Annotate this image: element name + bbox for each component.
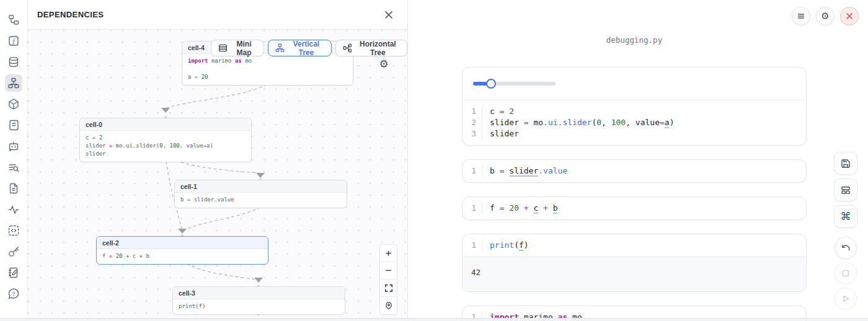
horizontal-tree-button[interactable]: Horizontal Tree <box>335 40 407 56</box>
dependencies-panel: DEPENDENCIES <box>28 0 408 318</box>
close-panel-button[interactable] <box>381 7 396 22</box>
graph-node-cell-3[interactable]: cell-3print(f) <box>172 286 345 315</box>
slider-output <box>463 68 806 100</box>
layout-panels-icon[interactable] <box>834 178 857 201</box>
panel-title: DEPENDENCIES <box>37 10 104 19</box>
svg-text:?: ? <box>12 291 15 297</box>
graph-node-cell-1[interactable]: cell-1b = slider.value <box>174 180 347 208</box>
dependency-graph-canvas[interactable]: cell-4import marimo as mo a = 20cell-0c … <box>28 30 407 318</box>
file-tree-icon[interactable] <box>5 11 22 29</box>
minimap-button[interactable]: Mini Map <box>211 40 264 56</box>
package-icon[interactable] <box>5 95 22 113</box>
notebook-action-rail: ⌘ <box>834 152 857 313</box>
vertical-tree-button[interactable]: Vertical Tree <box>268 40 332 56</box>
left-icon-rail: f ? <box>0 0 28 321</box>
code-editor[interactable]: 1b = slider.value <box>463 160 806 182</box>
notebook-cell: 1f = 20 + c + b <box>462 196 807 220</box>
dependencies-header: DEPENDENCIES <box>28 0 407 30</box>
document-icon[interactable] <box>5 180 22 197</box>
graph-settings-gear-icon[interactable]: ⚙ <box>378 58 390 71</box>
zoom-out-button[interactable]: − <box>380 262 397 279</box>
code-editor[interactable]: 1f = 20 + c + b <box>463 197 806 219</box>
cell-output: 42 <box>463 257 806 291</box>
settings-gear-icon[interactable]: ⚙ <box>816 7 835 25</box>
notebook-cell: 1c = 22slider = mo.ui.slider(0, 100, val… <box>462 67 807 146</box>
horizontal-tree-label: Horizontal Tree <box>356 40 400 57</box>
graph-node-cell-0[interactable]: cell-0c = 2slider = mo.ui.slider(0, 100,… <box>79 118 252 162</box>
notebook-cell: 1print(f)42 <box>462 234 807 292</box>
top-right-controls: ⚙ <box>792 7 859 25</box>
zoom-in-button[interactable]: + <box>380 245 397 262</box>
scroll-logs-icon[interactable] <box>5 117 22 134</box>
marimo-app: f ? DEPENDENCIES <box>0 0 868 321</box>
tracing-icon[interactable] <box>5 201 22 218</box>
graph-node-title: cell-1 <box>175 180 347 193</box>
graph-node-code: import marimo as mo a = 20 <box>182 54 353 85</box>
graph-node-code: b = slider.value <box>175 193 347 208</box>
command-shortcuts-icon[interactable]: ⌘ <box>834 205 857 228</box>
locate-pin-button[interactable] <box>380 297 397 314</box>
dependency-graph-icon[interactable] <box>5 74 22 92</box>
save-icon[interactable] <box>834 152 857 175</box>
secrets-key-icon[interactable] <box>5 243 22 260</box>
graph-node-cell-2[interactable]: cell-2f = 20 + c + b <box>96 236 268 265</box>
notebook-cell: 1b = slider.value <box>462 159 807 183</box>
function-icon[interactable]: f <box>5 32 22 50</box>
graph-node-title: cell-3 <box>173 287 345 299</box>
shutdown-close-icon[interactable] <box>840 7 859 25</box>
graph-view-toolbar: Mini Map Vertical Tree Horizontal Tree <box>211 40 407 56</box>
svg-text:f: f <box>12 37 16 45</box>
menu-icon[interactable] <box>792 7 810 25</box>
outline-search-icon[interactable] <box>5 159 22 176</box>
graph-node-code: f = 20 + c + b <box>97 249 268 264</box>
snippets-icon[interactable] <box>5 222 22 239</box>
fit-view-button[interactable] <box>380 279 397 297</box>
bottom-strip <box>0 318 868 321</box>
slider-track[interactable] <box>473 82 556 86</box>
run-play-icon[interactable] <box>835 288 857 310</box>
chat-bot-icon[interactable] <box>5 138 22 155</box>
help-icon[interactable]: ? <box>5 285 22 302</box>
slider-thumb[interactable] <box>486 79 496 89</box>
stop-icon[interactable] <box>835 262 857 284</box>
graph-node-code: print(f) <box>173 299 345 314</box>
vertical-tree-label: Vertical Tree <box>288 40 324 57</box>
notebook-area: ⚙ debugging.py 1c = 22slider = mo.ui.sli… <box>408 0 868 321</box>
zoom-controls: + − <box>379 244 397 315</box>
notebook-cells: 1c = 22slider = mo.ui.slider(0, 100, val… <box>462 67 807 321</box>
undo-icon[interactable] <box>835 237 857 259</box>
code-editor[interactable]: 1c = 22slider = mo.ui.slider(0, 100, val… <box>463 100 806 145</box>
code-editor[interactable]: 1print(f) <box>463 234 806 257</box>
notebook-filename[interactable]: debugging.py <box>462 35 807 45</box>
database-icon[interactable] <box>5 53 22 71</box>
graph-node-title: cell-2 <box>97 237 268 249</box>
graph-node-code: c = 2slider = mo.ui.slider(0, 100, value… <box>80 131 251 162</box>
scratchpad-icon[interactable] <box>5 264 22 281</box>
minimap-label: Mini Map <box>231 40 257 57</box>
graph-node-title: cell-0 <box>80 118 251 131</box>
notebook-column: debugging.py 1c = 22slider = mo.ui.slide… <box>462 0 807 321</box>
